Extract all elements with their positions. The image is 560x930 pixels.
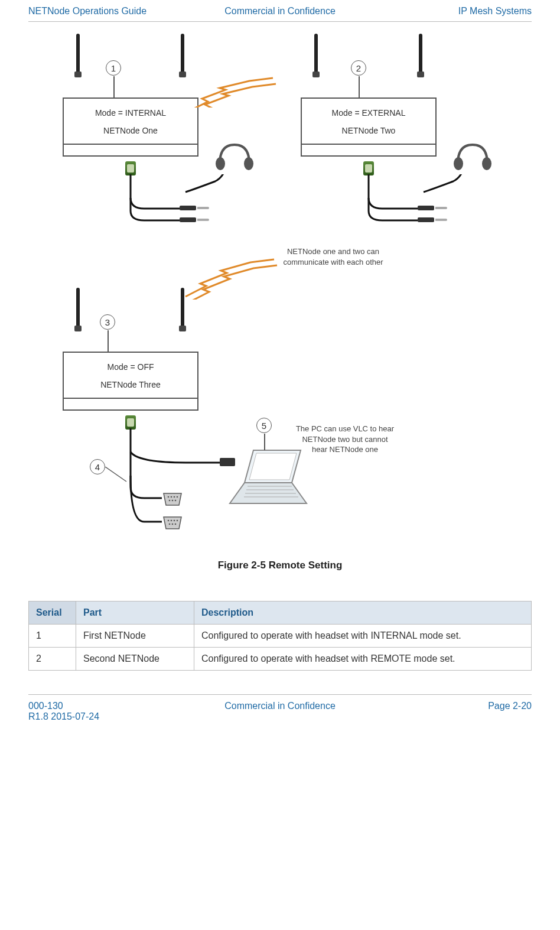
svg-marker-20 [249, 453, 297, 480]
callout-line [359, 76, 360, 100]
callout-line [264, 434, 265, 450]
antenna-icon [181, 34, 184, 75]
figure-caption: Figure 2-5 Remote Setting [28, 560, 532, 571]
cell-part: First NETNode [76, 625, 194, 648]
laptop-icon [221, 447, 310, 512]
callout-2: 2 [351, 60, 366, 76]
svg-point-11 [175, 500, 177, 502]
node3-mode: Mode = OFF [69, 362, 193, 372]
serial-connector-icon [162, 492, 183, 507]
serial-connector-icon [162, 515, 183, 531]
svg-line-4 [105, 467, 126, 482]
header-right: IP Mesh Systems [366, 6, 532, 17]
wireless-link-icon [184, 72, 302, 108]
wireless-link-icon [183, 252, 301, 300]
svg-point-16 [169, 523, 171, 525]
node3-name: NETNode Three [69, 380, 193, 389]
netnode-three-box: Mode = OFF NETNode Three [63, 352, 198, 411]
svg-point-18 [175, 523, 177, 525]
cell-desc: Configured to operate with headset with … [194, 625, 532, 648]
audio-jack-icon [418, 205, 448, 211]
svg-point-7 [174, 496, 175, 498]
footer-doc-id: 000-130 [28, 701, 194, 711]
note-pc: The PC can use VLC to hear NETNode two b… [295, 424, 395, 455]
table-row: 2 Second NETNode Configured to operate w… [29, 648, 532, 671]
antenna-icon [419, 34, 422, 75]
antenna-icon [314, 34, 318, 75]
svg-point-8 [177, 496, 178, 498]
svg-point-1 [244, 157, 253, 170]
antenna-icon [76, 34, 80, 75]
svg-point-10 [172, 500, 174, 502]
footer-right: Page 2-20 [366, 701, 532, 711]
svg-point-0 [216, 157, 225, 170]
svg-point-3 [482, 157, 491, 170]
cable-icon [115, 174, 256, 233]
svg-point-15 [177, 520, 178, 522]
svg-point-9 [169, 500, 171, 502]
audio-jack-icon [418, 217, 448, 223]
footer-center: Commercial in Confidence [197, 701, 363, 711]
antenna-icon [181, 288, 184, 329]
description-table: Serial Part Description 1 First NETNode … [28, 601, 532, 671]
node2-mode: Mode = EXTERNAL [307, 108, 431, 118]
callout-line [98, 467, 128, 484]
cell-desc: Configured to operate with headset with … [194, 648, 532, 671]
page-footer: 000-130 R1.8 2015-07-24 Commercial in Co… [28, 694, 532, 722]
footer-left: 000-130 R1.8 2015-07-24 [28, 701, 194, 722]
th-part: Part [76, 601, 194, 625]
svg-point-14 [174, 520, 175, 522]
connector-icon [125, 161, 136, 175]
callout-3: 3 [100, 314, 115, 330]
callout-5: 5 [256, 418, 272, 433]
footer-rev-date: R1.8 2015-07-24 [28, 711, 194, 722]
th-serial: Serial [29, 601, 76, 625]
node1-name: NETNode One [69, 126, 193, 135]
headset-icon [452, 140, 493, 173]
header-left: NETNode Operations Guide [28, 6, 194, 17]
netnode-two-box: Mode = EXTERNAL NETNode Two [301, 97, 437, 157]
audio-jack-icon [180, 217, 210, 223]
header-center: Commercial in Confidence [197, 6, 363, 17]
th-desc: Description [194, 601, 532, 625]
callout-1: 1 [106, 60, 121, 76]
antenna-icon [76, 288, 80, 329]
diagram: 1 Mode = INTERNAL NETNode One 2 [44, 34, 516, 554]
table-row: 1 First NETNode Configured to operate wi… [29, 625, 532, 648]
netnode-one-box: Mode = INTERNAL NETNode One [63, 97, 198, 157]
cell-serial: 2 [29, 648, 76, 671]
svg-point-2 [454, 157, 463, 170]
svg-point-6 [171, 496, 172, 498]
connector-icon [125, 415, 136, 430]
svg-point-5 [168, 496, 170, 498]
page-header: NETNode Operations Guide Commercial in C… [28, 6, 532, 22]
node2-name: NETNode Two [307, 126, 431, 135]
svg-point-12 [168, 520, 170, 522]
connector-icon [363, 161, 374, 175]
svg-point-17 [172, 523, 174, 525]
cell-part: Second NETNode [76, 648, 194, 671]
audio-jack-icon [180, 205, 210, 211]
cable-icon [353, 174, 494, 233]
callout-line [113, 76, 115, 100]
headset-icon [214, 140, 255, 173]
node1-mode: Mode = INTERNAL [69, 108, 193, 118]
callout-line [108, 330, 109, 354]
svg-point-13 [171, 520, 172, 522]
cell-serial: 1 [29, 625, 76, 648]
